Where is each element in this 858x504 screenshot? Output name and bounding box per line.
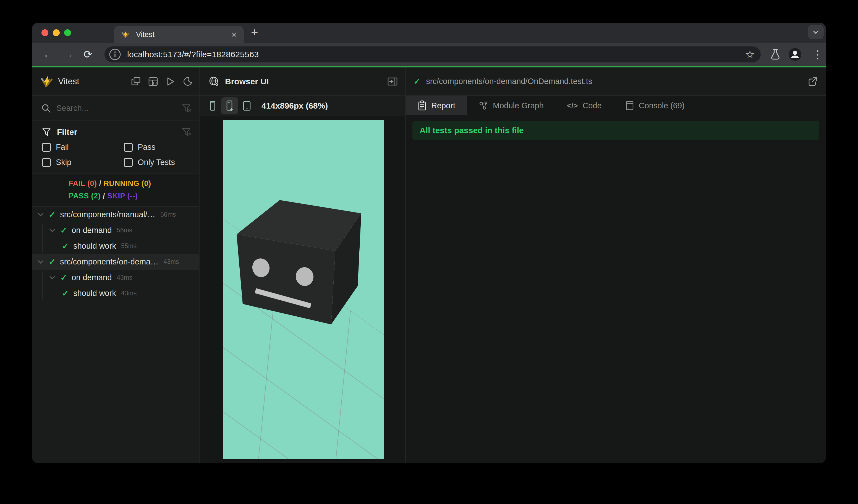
checkbox-icon[interactable]: [42, 158, 51, 167]
skip-count: SKIP (--): [107, 192, 138, 200]
checkbox-icon[interactable]: [124, 143, 133, 152]
device-tablet-button[interactable]: [238, 97, 255, 114]
test-file-row-selected[interactable]: ✓ src/components/on-dema… 43ms: [32, 254, 199, 270]
pass-check-icon: ✓: [49, 257, 55, 267]
tab-code[interactable]: </> Code: [555, 96, 614, 115]
tab-close-icon[interactable]: ×: [232, 30, 237, 39]
tab-label: Report: [431, 101, 455, 110]
test-file-path: src/components/on-demand/OnDemand.test.t…: [426, 77, 592, 86]
test-duration: 55ms: [121, 242, 137, 250]
bookmark-star-icon[interactable]: ☆: [745, 48, 754, 61]
reload-button[interactable]: ⟳: [78, 48, 98, 61]
sidebar-header: Vitest: [32, 67, 199, 96]
zoom-window-button[interactable]: [64, 29, 71, 36]
clear-filter-icon[interactable]: [182, 103, 191, 113]
device-phone-large-button-selected[interactable]: [221, 97, 238, 114]
report-tabs: Report Module Graph </> Code: [406, 96, 826, 115]
tested-app-viewport[interactable]: [223, 120, 384, 459]
new-tab-button[interactable]: +: [251, 26, 258, 39]
chevron-down-icon: [813, 29, 818, 34]
vitest-app: Vitest: [32, 67, 826, 463]
url-bar[interactable]: localhost:5173/#/?file=1828625563 ☆: [105, 46, 761, 63]
filter-checkbox-skip[interactable]: Skip: [42, 158, 124, 167]
collapse-panels-icon[interactable]: [131, 77, 141, 86]
test-file-row[interactable]: ✓ src/components/manual/… 56ms: [32, 207, 199, 223]
test-duration: 43ms: [121, 290, 137, 297]
viewport-dimensions: 414x896px (68%): [261, 101, 328, 111]
device-phone-small-button[interactable]: [204, 97, 221, 114]
test-case-row[interactable]: ✓ should work 55ms: [32, 238, 199, 254]
test-suite-row[interactable]: ✓ on demand 43ms: [32, 270, 199, 286]
test-label: should work: [73, 242, 116, 250]
experiments-flask-icon[interactable]: [769, 48, 782, 61]
tab-search-button[interactable]: [808, 25, 824, 39]
tab-report[interactable]: Report: [406, 96, 467, 115]
run-all-icon[interactable]: [165, 77, 175, 86]
clear-filter-icon[interactable]: [182, 127, 191, 137]
report-header: ✓ src/components/on-demand/OnDemand.test…: [406, 67, 826, 96]
tab-module-graph[interactable]: Module Graph: [467, 96, 555, 115]
chevron-down-icon[interactable]: [38, 258, 43, 264]
all-tests-passed-banner: All tests passed in this file: [412, 121, 819, 140]
browser-ui-header: Browser UI: [200, 67, 405, 96]
pass-check-icon: ✓: [62, 241, 69, 251]
checkbox-icon[interactable]: [124, 158, 133, 167]
checkbox-label: Pass: [138, 143, 155, 152]
profile-avatar[interactable]: [788, 48, 801, 61]
search-row: [32, 96, 199, 121]
filter-checkbox-fail[interactable]: Fail: [42, 143, 124, 152]
forward-button[interactable]: →: [58, 48, 78, 61]
test-tree: ✓ src/components/manual/… 56ms ✓ on dema…: [32, 207, 199, 301]
pass-check-icon: ✓: [49, 210, 55, 220]
running-count: RUNNING (0): [104, 179, 151, 188]
browser-tab[interactable]: Vitest ×: [114, 26, 244, 43]
code-icon: </>: [567, 101, 578, 110]
minimize-window-button[interactable]: [53, 29, 60, 36]
pass-check-icon: ✓: [414, 77, 420, 86]
panel-title: Browser UI: [225, 77, 269, 86]
vitest-favicon: [121, 30, 130, 39]
test-suite-row[interactable]: ✓ on demand 56ms: [32, 223, 199, 238]
report-panel: ✓ src/components/on-demand/OnDemand.test…: [406, 67, 826, 463]
open-external-icon[interactable]: [807, 76, 818, 87]
console-icon: [625, 101, 634, 111]
browser-window: Vitest × + ← → ⟳ localhost:5173/#/?file=…: [32, 23, 826, 463]
test-duration: 43ms: [163, 258, 179, 265]
close-window-button[interactable]: [42, 29, 48, 36]
test-duration: 56ms: [117, 227, 132, 234]
test-duration: 56ms: [160, 211, 176, 218]
chevron-down-icon[interactable]: [38, 211, 43, 216]
module-graph-icon: [478, 101, 489, 111]
tab-label: Module Graph: [493, 101, 544, 110]
test-duration: 43ms: [117, 274, 132, 281]
robot-cube-scene: [223, 120, 384, 459]
desktop: { "browser": { "tab_title": "Vitest", "u…: [0, 0, 858, 504]
chevron-down-icon[interactable]: [49, 274, 55, 279]
dashboard-icon[interactable]: [148, 77, 158, 86]
summary-line-1: FAIL (0) / RUNNING (0): [68, 177, 199, 190]
filter-checkbox-pass[interactable]: Pass: [124, 143, 199, 152]
checkbox-label: Fail: [56, 143, 69, 152]
vitest-logo: [41, 75, 53, 88]
site-info-icon[interactable]: [109, 48, 121, 61]
fail-count: FAIL (0): [68, 179, 97, 188]
browser-tabstrip: Vitest × +: [32, 23, 826, 43]
app-title: Vitest: [58, 77, 79, 86]
browser-menu-icon[interactable]: ⋮: [812, 48, 823, 61]
filter-title: Filter: [57, 127, 77, 137]
test-explorer-sidebar: Vitest: [32, 67, 200, 463]
test-case-row[interactable]: ✓ should work 43ms: [32, 286, 199, 301]
search-icon: [42, 103, 51, 113]
theme-toggle-moon-icon[interactable]: [182, 77, 192, 86]
pass-check-icon: ✓: [60, 226, 67, 235]
test-label: on demand: [72, 273, 112, 282]
filter-checkbox-only-tests[interactable]: Only Tests: [124, 158, 199, 167]
search-input[interactable]: [57, 103, 161, 113]
back-button[interactable]: ←: [38, 48, 58, 61]
tab-console[interactable]: Console (69): [614, 96, 696, 115]
checkbox-icon[interactable]: [42, 143, 51, 152]
dock-panel-right-icon[interactable]: [387, 76, 398, 87]
checkbox-label: Only Tests: [138, 158, 175, 167]
chevron-down-icon[interactable]: [49, 227, 55, 232]
tab-label: Code: [583, 101, 602, 110]
